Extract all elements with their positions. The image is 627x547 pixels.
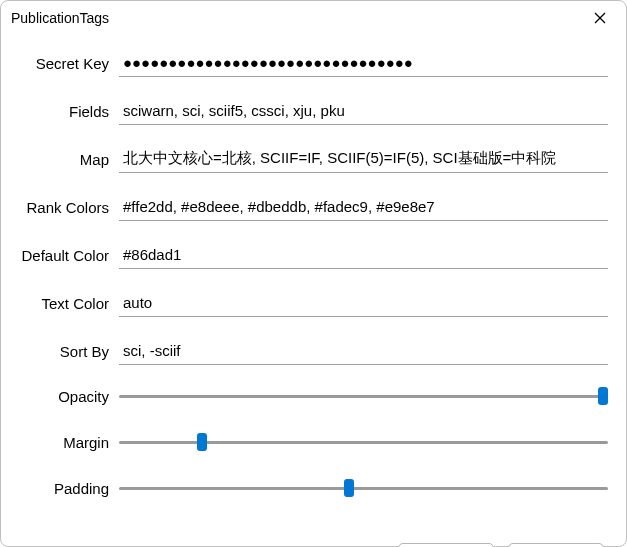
row-opacity: Opacity <box>1 385 608 407</box>
label-text-color: Text Color <box>1 295 119 312</box>
slider-thumb-margin[interactable] <box>197 433 207 451</box>
settings-window: PublicationTags Secret Key Fields Map Ra… <box>0 0 627 547</box>
close-icon <box>594 12 606 24</box>
label-margin: Margin <box>1 434 119 451</box>
row-sort-by: Sort By <box>1 337 608 365</box>
row-map: Map <box>1 145 608 173</box>
row-rank-colors: Rank Colors <box>1 193 608 221</box>
label-opacity: Opacity <box>1 388 119 405</box>
titlebar: PublicationTags <box>1 1 626 33</box>
row-fields: Fields <box>1 97 608 125</box>
close-button[interactable] <box>588 6 612 30</box>
slider-opacity[interactable] <box>119 385 608 407</box>
row-padding: Padding <box>1 477 608 499</box>
slider-margin[interactable] <box>119 431 608 453</box>
input-default-color[interactable] <box>119 241 608 269</box>
input-text-color[interactable] <box>119 289 608 317</box>
label-padding: Padding <box>1 480 119 497</box>
set-button[interactable]: Set <box>398 543 494 547</box>
slider-track <box>119 395 608 398</box>
slider-track <box>119 441 608 444</box>
cancel-button[interactable]: Cancel <box>508 543 604 547</box>
row-margin: Margin <box>1 431 608 453</box>
form-content: Secret Key Fields Map Rank Colors Defaul… <box>1 33 626 533</box>
slider-thumb-opacity[interactable] <box>598 387 608 405</box>
label-map: Map <box>1 151 119 168</box>
label-secret-key: Secret Key <box>1 55 119 72</box>
row-secret-key: Secret Key <box>1 49 608 77</box>
window-title: PublicationTags <box>11 10 109 26</box>
input-map[interactable] <box>119 145 608 173</box>
button-row: Set Cancel <box>1 533 626 547</box>
input-fields[interactable] <box>119 97 608 125</box>
row-default-color: Default Color <box>1 241 608 269</box>
label-default-color: Default Color <box>1 247 119 264</box>
input-secret-key[interactable] <box>119 49 608 77</box>
slider-thumb-padding[interactable] <box>344 479 354 497</box>
label-rank-colors: Rank Colors <box>1 199 119 216</box>
input-rank-colors[interactable] <box>119 193 608 221</box>
slider-track <box>119 487 608 490</box>
row-text-color: Text Color <box>1 289 608 317</box>
label-sort-by: Sort By <box>1 343 119 360</box>
slider-padding[interactable] <box>119 477 608 499</box>
input-sort-by[interactable] <box>119 337 608 365</box>
label-fields: Fields <box>1 103 119 120</box>
